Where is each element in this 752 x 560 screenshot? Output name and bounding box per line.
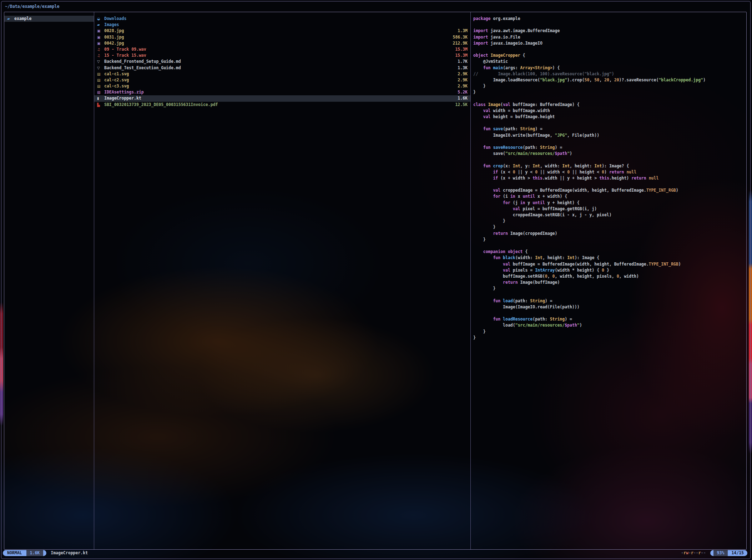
file-size: 1.6K: [454, 95, 468, 101]
code-line: [473, 46, 746, 52]
file-row-Backend_Test_Execution_Guide.md[interactable]: ▽Backend_Test_Execution_Guide.md1.3K: [94, 65, 470, 71]
file-row-ImageCropper.kt[interactable]: ▮ImageCropper.kt1.6K: [94, 95, 470, 101]
status-file-name: ImageCropper.kt: [51, 550, 88, 556]
code-line: }: [473, 286, 746, 292]
file-row-cal-c1.svg[interactable]: ▤cal-c1.svg2.9K: [94, 71, 470, 77]
code-line: [473, 243, 746, 249]
main-panes-box: ▰example ◒Downloads▰Images▣0028.jpg1.3M▣…: [4, 12, 747, 550]
file-size: 12.5K: [451, 102, 468, 108]
file-row-example[interactable]: ▰example: [4, 16, 94, 22]
code-line: fun loadResource(path: String) =: [473, 316, 746, 322]
code-line: fun load(path: String) =: [473, 298, 746, 304]
code-line: }: [473, 237, 746, 243]
code-line: [473, 310, 746, 316]
image-icon: ▣: [97, 28, 103, 34]
code-line: val width = buffImage.width: [473, 108, 746, 114]
preview-pane: package org.exampleimport java.awt.image…: [471, 12, 746, 549]
file-size: 1.3M: [454, 28, 468, 34]
code-line: val pixels = IntArray(width * height) { …: [473, 267, 746, 273]
code-line: [473, 138, 746, 145]
code-line: companion object {: [473, 249, 746, 255]
file-name: example: [14, 16, 31, 22]
file-name: Backend_Test_Execution_Guide.md: [104, 65, 181, 71]
code-line: fun black(width: Int, height: Int): Imag…: [473, 255, 746, 261]
code-line: fun save(path: String) =: [473, 126, 746, 132]
file-row-Images[interactable]: ▰Images: [94, 22, 470, 28]
code-line: Image.loadResource("black.jpg").crop(50,…: [473, 77, 746, 83]
scroll-percent-badge: 93%: [713, 550, 728, 556]
file-size: 15.3M: [451, 46, 468, 52]
file-size: 212.9K: [449, 40, 468, 46]
code-line: }: [473, 224, 746, 230]
code-line: [473, 22, 746, 28]
code-line: buffImage.setRGB(0, 0, width, height, pi…: [473, 273, 746, 279]
code-line: [473, 95, 746, 101]
code-line: import java.io.File: [473, 34, 746, 40]
image-icon: ▣: [97, 40, 103, 46]
file-name: 09 - Track 09.wav: [104, 46, 146, 52]
kotlin-icon: ▮: [97, 95, 103, 101]
dir-icon: ▰: [97, 22, 103, 28]
code-line: val height = buffImage.height: [473, 114, 746, 120]
code-line: if (x < 0 || y < 0 || width < 0 || heigh…: [473, 169, 746, 175]
file-row-SBI_0032013739_2023_DE05_0003155631Invoice.pdf[interactable]: ▙SBI_0032013739_2023_DE05_0003155631Invo…: [94, 102, 470, 108]
file-row-09 - Track 09.wav[interactable]: ♫09 - Track 09.wav15.3M: [94, 46, 470, 52]
file-name: Downloads: [104, 16, 126, 22]
file-size: 2.9K: [454, 77, 468, 83]
file-name: cal-c2.svg: [104, 77, 129, 83]
code-line: return Image(buffImage): [473, 279, 746, 286]
file-name: 15 - Track 15.wav: [104, 52, 146, 59]
file-size: 1.3K: [454, 65, 468, 71]
file-row-cal-c3.svg[interactable]: ▤cal-c3.svg2.9K: [94, 83, 470, 89]
markdown-icon: ▽: [97, 65, 103, 71]
file-row-Downloads[interactable]: ◒Downloads: [94, 16, 470, 22]
code-line: class Image(val buffImage: BufferedImage…: [473, 102, 746, 108]
file-name: 0031.jpg: [104, 34, 124, 40]
code-line: }: [473, 329, 746, 335]
file-row-cal-c2.svg[interactable]: ▤cal-c2.svg2.9K: [94, 77, 470, 83]
current-directory-pane: ◒Downloads▰Images▣0028.jpg1.3M▣0031.jpg5…: [94, 12, 471, 549]
svg-icon: ▤: [97, 77, 103, 83]
file-size: 15.3M: [451, 52, 468, 59]
file-row-IDEAsettings.zip[interactable]: ▧IDEAsettings.zip5.2K: [94, 89, 470, 95]
code-line: croppedImage.setRGB(i - x, j - y, pixel): [473, 212, 746, 218]
selected-file-size-badge: 1.6K: [26, 550, 44, 556]
markdown-icon: ▽: [97, 59, 103, 65]
audio-icon: ♫: [97, 46, 103, 52]
svg-icon: ▤: [97, 71, 103, 77]
code-line: save("src/main/resources/$path"): [473, 151, 746, 157]
code-line: }: [473, 218, 746, 224]
file-row-0031.jpg[interactable]: ▣0031.jpg586.3K: [94, 34, 470, 40]
mode-badge: NORMAL: [3, 550, 26, 556]
file-row-0028.jpg[interactable]: ▣0028.jpg1.3M: [94, 28, 470, 34]
code-line: [473, 120, 746, 126]
code-line: }: [473, 83, 746, 89]
code-line: [473, 292, 746, 298]
file-row-Backend_Frontend_Setup_Guide.md[interactable]: ▽Backend_Frontend_Setup_Guide.md1.7K: [94, 59, 470, 65]
code-line: if (x + width > this.width || y + height…: [473, 175, 746, 181]
image-icon: ▣: [97, 34, 103, 40]
pdf-icon: ▙: [97, 102, 103, 108]
file-name: ImageCropper.kt: [104, 95, 141, 101]
file-row-15 - Track 15.wav[interactable]: ♫15 - Track 15.wav15.3M: [94, 52, 470, 59]
code-line: fun saveResource(path: String) =: [473, 145, 746, 151]
yazi-ui: ~/Data/example/example ▰example ◒Downloa…: [0, 0, 752, 560]
file-size: 5.2K: [454, 89, 468, 95]
code-line: fun crop(x: Int, y: Int, width: Int, hei…: [473, 163, 746, 169]
file-size: 2.9K: [454, 83, 468, 89]
list-position-badge: 14/15: [728, 550, 747, 556]
file-name: 0028.jpg: [104, 28, 124, 34]
file-name: cal-c3.svg: [104, 83, 129, 89]
code-line: package org.example: [473, 16, 746, 22]
code-line: val croppedImage = BufferedImage(width, …: [473, 187, 746, 193]
file-size: 1.7K: [454, 59, 468, 65]
code-line: for (i in x until x + width) {: [473, 193, 746, 200]
code-line: for (j in y until y + height) {: [473, 200, 746, 206]
code-line: val buffImage = BufferedImage(width, hei…: [473, 261, 746, 267]
file-row-0042.jpg[interactable]: ▣0042.jpg212.9K: [94, 40, 470, 46]
code-line: }: [473, 89, 746, 95]
code-line: val pixel = buffImage.getRGB(i, j): [473, 206, 746, 212]
file-size: 2.9K: [454, 71, 468, 77]
file-name: 0042.jpg: [104, 40, 124, 46]
code-line: object ImageCropper {: [473, 52, 746, 59]
